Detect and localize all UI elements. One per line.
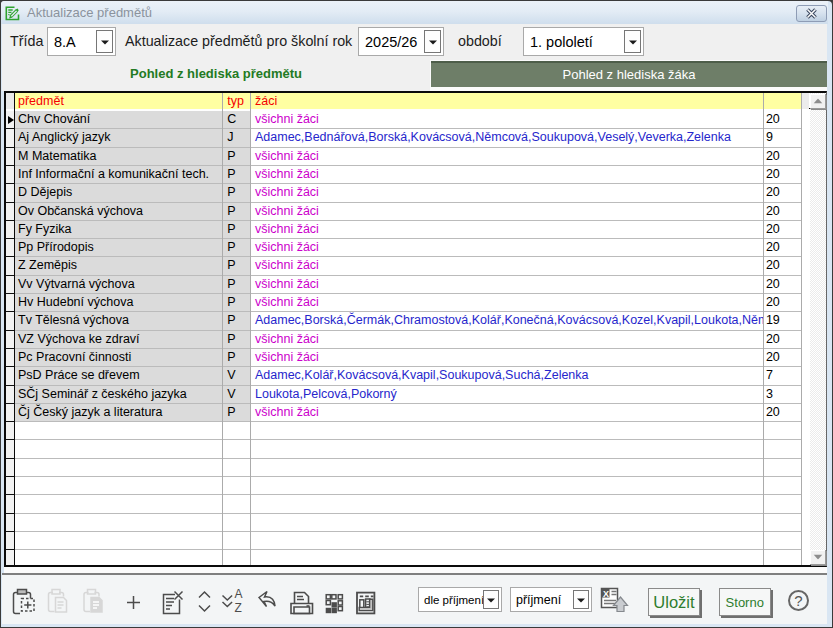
svg-text:X: X <box>603 589 609 599</box>
svg-text:A: A <box>235 587 243 601</box>
svg-text:Z: Z <box>235 601 242 615</box>
